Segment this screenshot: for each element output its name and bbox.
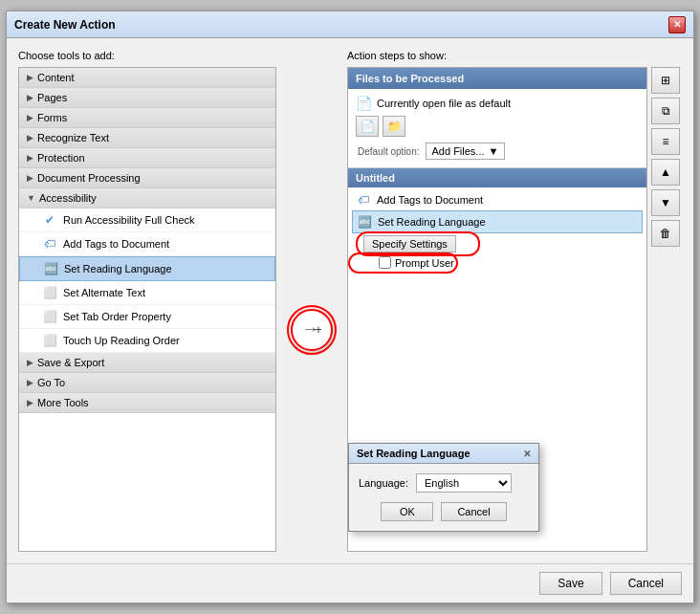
action-reading-lang-label: Set Reading Language xyxy=(378,216,486,228)
tool-set-reading-lang[interactable]: 🔤 Set Reading Language xyxy=(19,256,275,281)
group-accessibility[interactable]: ▼ Accessibility xyxy=(19,188,275,208)
add-files-dropdown[interactable]: Add Files... ▼ xyxy=(426,143,506,160)
sub-dialog-button-row: OK Cancel xyxy=(359,502,529,521)
file-buttons: 📄 📁 xyxy=(352,114,643,139)
default-option-label: Default option: xyxy=(358,146,420,157)
tool-run-accessibility[interactable]: ✔ Run Accessibility Full Check xyxy=(19,208,275,232)
sub-dialog-title-text: Set Reading Language xyxy=(357,448,470,459)
left-panel: Choose tools to add: ▶ Content ▶ Pages ▶… xyxy=(18,50,276,552)
add-side-button[interactable]: ⊞ xyxy=(651,67,680,94)
remove-icon: ≡ xyxy=(662,135,668,148)
title-bar: Create New Action ✕ xyxy=(7,11,693,38)
prompt-user-label: Prompt User xyxy=(395,257,454,269)
alt-text-icon: ⬜ xyxy=(42,285,57,300)
action-steps-label: Action steps to show: xyxy=(347,50,682,61)
arrow-pages: ▶ xyxy=(27,93,33,102)
tool-tab-order-label: Set Tab Order Property xyxy=(63,311,171,322)
group-more-tools[interactable]: ▶ More Tools xyxy=(19,393,275,413)
arrow-save: ▶ xyxy=(27,358,33,367)
action-add-tags-row[interactable]: 🏷 Add Tags to Document xyxy=(352,189,643,210)
group-forms[interactable]: ▶ Forms xyxy=(19,108,275,128)
dialog-body: Choose tools to add: ▶ Content ▶ Pages ▶… xyxy=(7,38,693,563)
action-add-tags-icon: 🏷 xyxy=(356,192,371,208)
group-recognize-label: Recognize Text xyxy=(37,132,109,143)
sub-dialog-title-bar: Set Reading Language ✕ xyxy=(349,444,538,464)
open-folder-button[interactable]: 📁 xyxy=(383,116,405,137)
file-item-label: Currently open file as default xyxy=(377,98,511,109)
ok-button[interactable]: OK xyxy=(381,502,433,521)
plus-icon: + xyxy=(315,323,321,337)
pdf-icon: 📄 xyxy=(356,96,371,111)
group-docprocessing-label: Document Processing xyxy=(37,172,141,184)
accessibility-check-icon: ✔ xyxy=(42,212,57,228)
tool-alt-text-label: Set Alternate Text xyxy=(63,287,145,298)
group-save-export[interactable]: ▶ Save & Export xyxy=(19,353,275,373)
language-label: Language: xyxy=(359,477,408,489)
down-arrow-icon: ▼ xyxy=(660,196,671,209)
add-to-action-button[interactable]: → + xyxy=(291,309,333,351)
create-new-action-dialog: Create New Action ✕ Choose tools to add:… xyxy=(6,11,694,603)
new-file-button[interactable]: 📄 xyxy=(356,116,379,137)
copy-icon: ⧉ xyxy=(662,104,670,118)
arrow-docprocessing: ▶ xyxy=(27,173,33,183)
tools-list: ▶ Content ▶ Pages ▶ Forms ▶ Recognize Te… xyxy=(18,67,276,552)
prompt-user-checkbox[interactable] xyxy=(379,256,391,269)
arrow-recognize: ▶ xyxy=(27,133,33,143)
action-set-reading-lang-row[interactable]: 🔤 Set Reading Language xyxy=(352,210,643,233)
tool-alt-text[interactable]: ⬜ Set Alternate Text xyxy=(19,281,275,305)
specify-settings-button[interactable]: Specify Settings xyxy=(363,235,456,252)
add-files-label: Add Files... xyxy=(432,145,485,157)
action-add-tags-label: Add Tags to Document xyxy=(377,194,483,206)
group-content[interactable]: ▶ Content xyxy=(19,68,275,88)
files-header: Files to be Processed xyxy=(348,68,646,89)
group-docprocessing[interactable]: ▶ Document Processing xyxy=(19,168,275,188)
group-pages-label: Pages xyxy=(37,92,67,103)
save-button[interactable]: Save xyxy=(539,572,602,595)
files-section: 📄 Currently open file as default 📄 📁 Def… xyxy=(348,89,646,168)
arrow-more: ▶ xyxy=(27,398,33,407)
dialog-title: Create New Action xyxy=(14,18,116,32)
tool-tab-order[interactable]: ⬜ Set Tab Order Property xyxy=(19,305,275,329)
delete-icon: 🗑 xyxy=(660,227,671,240)
reading-lang-icon: 🔤 xyxy=(43,261,58,276)
group-forms-label: Forms xyxy=(37,112,67,123)
sub-dialog-body: Language: English OK Cancel xyxy=(349,464,538,531)
cancel-button[interactable]: Cancel xyxy=(610,572,682,595)
tool-touch-up[interactable]: ⬜ Touch Up Reading Order xyxy=(19,329,275,353)
group-pages[interactable]: ▶ Pages xyxy=(19,88,275,108)
default-option-row: Default option: Add Files... ▼ xyxy=(352,139,643,164)
tool-reading-lang-label: Set Reading Language xyxy=(64,263,172,274)
group-goto[interactable]: ▶ Go To xyxy=(19,373,275,393)
copy-side-button[interactable]: ⧉ xyxy=(651,98,680,124)
group-save-label: Save & Export xyxy=(37,357,104,368)
bottom-bar: Save Cancel xyxy=(7,563,693,603)
touch-up-icon: ⬜ xyxy=(42,333,57,348)
sub-dialog-close-button[interactable]: ✕ xyxy=(523,449,531,459)
dropdown-arrow-icon: ▼ xyxy=(489,145,499,157)
tool-add-tags-label: Add Tags to Document xyxy=(63,238,169,250)
tool-add-tags[interactable]: 🏷 Add Tags to Document xyxy=(19,232,275,256)
cancel-button[interactable]: Cancel xyxy=(441,502,506,521)
move-up-button[interactable]: ▲ xyxy=(651,159,680,186)
set-reading-language-dialog: Set Reading Language ✕ Language: English xyxy=(348,443,539,532)
language-select[interactable]: English xyxy=(416,473,512,493)
group-goto-label: Go To xyxy=(37,377,65,388)
action-container: Files to be Processed 📄 Currently open f… xyxy=(347,67,647,552)
group-recognize[interactable]: ▶ Recognize Text xyxy=(19,128,275,148)
up-arrow-icon: ▲ xyxy=(660,165,671,179)
group-more-label: More Tools xyxy=(37,397,89,408)
close-button[interactable]: ✕ xyxy=(668,16,686,33)
untitled-header: Untitled xyxy=(348,168,646,187)
add-icon: ⊞ xyxy=(661,74,670,87)
group-protection[interactable]: ▶ Protection xyxy=(19,148,275,168)
delete-side-button[interactable]: 🗑 xyxy=(651,220,680,247)
file-item-open: 📄 Currently open file as default xyxy=(352,93,643,114)
tool-touch-up-label: Touch Up Reading Order xyxy=(63,335,180,346)
move-down-button[interactable]: ▼ xyxy=(651,189,680,216)
group-accessibility-label: Accessibility xyxy=(39,192,97,204)
arrow-accessibility: ▼ xyxy=(27,193,35,203)
group-protection-label: Protection xyxy=(37,152,85,164)
remove-side-button[interactable]: ≡ xyxy=(651,128,680,155)
tool-run-accessibility-label: Run Accessibility Full Check xyxy=(63,214,195,226)
prompt-user-row: Prompt User xyxy=(352,254,643,271)
